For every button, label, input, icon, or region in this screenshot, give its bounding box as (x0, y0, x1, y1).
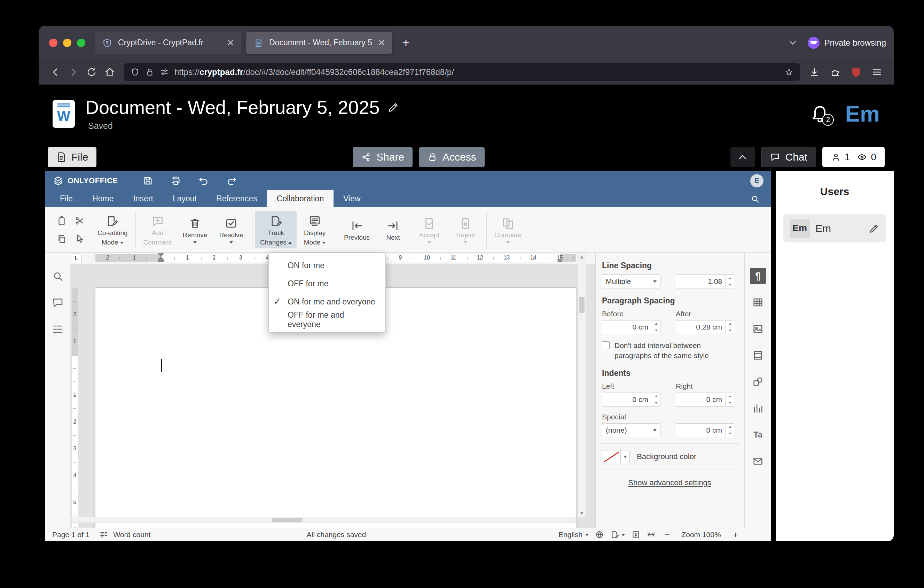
home-button[interactable] (101, 63, 119, 81)
show-advanced-settings-link[interactable]: Show advanced settings (602, 478, 738, 487)
remove-comment-button[interactable]: Remove (177, 213, 213, 246)
right-indent-marker[interactable] (557, 255, 563, 262)
horizontal-scroll-thumb[interactable] (272, 518, 302, 522)
tab-home[interactable]: Home (82, 190, 123, 207)
vertical-scroll-thumb[interactable] (579, 297, 584, 313)
address-bar[interactable]: https://cryptpad.fr/doc/#/3/doc/edit/ff0… (124, 63, 800, 81)
fit-width-icon[interactable] (647, 530, 655, 539)
find-icon[interactable] (51, 270, 64, 282)
word-count-button[interactable]: Word count (113, 530, 150, 539)
permissions-icon[interactable] (160, 68, 169, 77)
page-indicator[interactable]: Page 1 of 1 (52, 530, 89, 539)
ublock-origin-button[interactable] (847, 63, 865, 81)
tab-document-active[interactable]: Document - Wed, February 5, 2 ✕ (246, 32, 393, 54)
previous-change-button[interactable]: Previous (339, 216, 375, 244)
language-selector[interactable]: English (558, 530, 589, 539)
spacing-before-spinner[interactable]: 0 cm (602, 320, 660, 334)
reload-button[interactable] (82, 63, 101, 81)
select-all-button[interactable] (72, 231, 88, 247)
participants-indicator[interactable]: 1 0 (822, 147, 884, 167)
image-settings-icon[interactable] (750, 321, 766, 337)
collapse-toolbar-button[interactable] (731, 147, 755, 167)
close-tab-icon[interactable]: ✕ (378, 38, 385, 47)
tab-stop-selector[interactable]: L (72, 254, 81, 263)
left-indent-marker[interactable] (158, 260, 164, 262)
paragraph-settings-icon[interactable]: ¶ (750, 268, 766, 284)
file-menu-button[interactable]: File (48, 147, 96, 167)
user-list-item[interactable]: Em Em (783, 214, 886, 243)
resolve-comment-button[interactable]: Resolve (213, 213, 249, 246)
next-change-button[interactable]: Next (375, 216, 411, 244)
zoom-in-button[interactable]: + (730, 530, 741, 540)
comments-panel-icon[interactable] (51, 296, 64, 309)
text-art-settings-icon[interactable]: Ta (750, 427, 766, 443)
indent-left-spinner[interactable]: 0 cm (602, 393, 660, 406)
user-avatar[interactable]: Em (845, 101, 880, 127)
track-changes-status-button[interactable] (610, 530, 625, 539)
display-mode-button[interactable]: Display Mode (297, 211, 333, 249)
close-window-button[interactable] (49, 39, 58, 47)
background-color-swatch[interactable] (602, 450, 630, 463)
menu-item-off-for-me[interactable]: OFF for me (269, 274, 385, 292)
tab-view[interactable]: View (333, 190, 370, 207)
print-button[interactable] (170, 175, 182, 187)
chevron-down-icon[interactable] (620, 451, 629, 463)
reject-change-button[interactable]: Reject (447, 213, 483, 246)
close-tab-icon[interactable]: ✕ (227, 38, 234, 47)
special-indent-spinner[interactable]: 0 cm (676, 423, 734, 437)
table-settings-icon[interactable] (750, 294, 766, 311)
tab-references[interactable]: References (206, 190, 267, 207)
edit-user-name-pencil-icon[interactable] (869, 223, 880, 234)
tracking-protection-shield-icon[interactable] (130, 68, 140, 77)
spellcheck-globe-icon[interactable] (595, 530, 604, 539)
paste-button[interactable] (54, 213, 69, 229)
mail-merge-settings-icon[interactable] (750, 453, 766, 469)
line-spacing-select[interactable]: Multiple (602, 274, 660, 288)
minimize-window-button[interactable] (63, 39, 71, 47)
zoom-window-button[interactable] (77, 39, 85, 47)
access-button[interactable]: Access (419, 147, 485, 167)
connection-lock-icon[interactable] (145, 68, 154, 77)
extensions-button[interactable] (826, 63, 844, 81)
header-footer-settings-icon[interactable] (750, 347, 766, 363)
menu-item-on-for-everyone[interactable]: ✓ ON for me and everyone (269, 292, 385, 311)
scroll-up-arrow[interactable]: ▲ (578, 253, 586, 261)
shape-settings-icon[interactable] (750, 374, 766, 390)
tab-insert[interactable]: Insert (123, 190, 163, 207)
forward-button[interactable] (64, 63, 82, 81)
add-comment-button[interactable]: Add Comment (139, 211, 177, 249)
save-button[interactable] (142, 175, 153, 187)
bookmark-star-icon[interactable] (784, 68, 794, 77)
line-spacing-amount-spinner[interactable]: 1.08 (676, 274, 734, 288)
fit-page-icon[interactable] (631, 530, 640, 539)
vertical-ruler[interactable]: 21123456 (70, 264, 79, 528)
hanging-indent-marker[interactable] (158, 253, 164, 260)
no-interval-checkbox[interactable] (602, 341, 610, 349)
tab-cryptdrive[interactable]: CryptDrive - CryptPad.fr ✕ (95, 32, 241, 54)
track-changes-button[interactable]: Track Changes (255, 211, 297, 249)
notifications-bell-icon[interactable]: 2 (810, 104, 831, 124)
edit-title-pencil-icon[interactable] (387, 101, 400, 114)
tab-file[interactable]: File (50, 190, 82, 207)
chat-button[interactable]: Chat (761, 147, 816, 167)
undo-button[interactable] (198, 175, 209, 187)
indent-right-spinner[interactable]: 0 cm (676, 393, 734, 406)
search-icon[interactable] (744, 190, 766, 207)
downloads-button[interactable] (805, 63, 823, 81)
compare-button[interactable]: Compare (490, 213, 526, 246)
back-button[interactable] (46, 63, 64, 81)
chart-settings-icon[interactable] (750, 400, 766, 416)
horizontal-scrollbar[interactable] (71, 517, 576, 523)
tab-collaboration[interactable]: Collaboration (267, 190, 334, 207)
spacing-after-spinner[interactable]: 0.28 cm (676, 320, 734, 334)
coediting-mode-button[interactable]: Co-editing Mode (92, 211, 133, 249)
cut-button[interactable] (72, 213, 88, 229)
scroll-down-arrow[interactable]: ▼ (578, 509, 586, 517)
new-tab-button[interactable]: + (397, 34, 415, 51)
zoom-out-button[interactable]: − (662, 530, 672, 540)
menu-button[interactable] (868, 63, 886, 81)
vertical-scrollbar[interactable]: ▲ ▼ (578, 253, 586, 517)
menu-item-off-for-everyone[interactable]: OFF for me and everyone (269, 311, 385, 329)
list-all-tabs-icon[interactable] (787, 38, 798, 48)
menu-item-on-for-me[interactable]: ON for me (269, 256, 385, 274)
